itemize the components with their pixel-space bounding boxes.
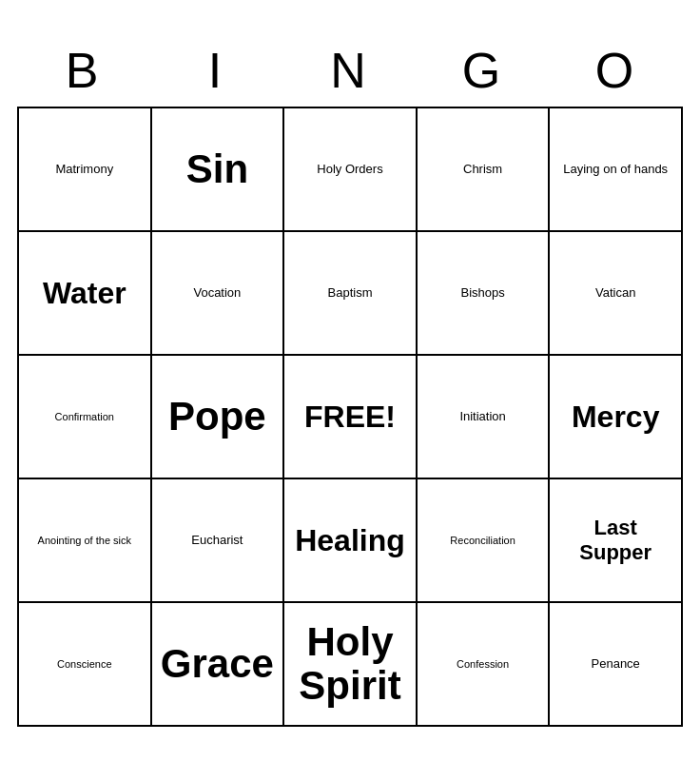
cell-content: Sin [186,147,248,191]
cell-content: Mercy [572,399,660,435]
cell-content: Initiation [459,409,505,425]
cell-content: Laying on of hands [563,162,668,178]
cell-r0-c0: Matrimony [19,108,152,232]
cell-r0-c4: Laying on of hands [550,108,683,232]
bingo-card: BINGO MatrimonySinHoly OrdersChrismLayin… [17,34,683,727]
header-letter: G [417,34,550,107]
cell-r4-c0: Conscience [19,603,152,727]
cell-content: Vocation [193,285,241,302]
cell-r2-c1: Pope [152,356,285,479]
cell-content: Matrimony [55,162,113,178]
cell-r3-c4: Last Supper [550,479,683,603]
cell-r2-c0: Confirmation [19,356,152,479]
cell-r1-c4: Vatican [550,232,683,356]
header-letter: N [283,34,417,107]
cell-content: Water [43,275,126,311]
cell-content: Vatican [595,285,635,302]
cell-r4-c4: Penance [550,603,683,727]
cell-r1-c0: Water [19,232,152,356]
cell-content: Anointing of the sick [38,534,131,547]
cell-content: Penance [592,656,640,673]
cell-r2-c3: Initiation [418,356,551,479]
cell-r4-c3: Confession [418,603,551,727]
cell-r0-c2: Holy Orders [284,108,418,232]
cell-r2-c2: FREE! [284,356,418,479]
cell-content: Eucharist [191,533,243,549]
cell-r1-c1: Vocation [152,232,285,356]
cell-content: Bishops [460,285,504,302]
cell-r2-c4: Mercy [550,356,683,479]
cell-content: Last Supper [555,516,675,566]
header-letter: I [150,34,283,107]
cell-content: Holy Orders [317,162,382,178]
cell-content: Grace [161,642,274,686]
cell-r3-c2: Healing [284,479,418,603]
header-letter: B [17,34,150,107]
cell-content: Conscience [57,657,111,671]
cell-r1-c2: Baptism [284,232,418,356]
bingo-header: BINGO [17,34,683,107]
cell-content: FREE! [304,399,396,435]
cell-content: Confirmation [55,410,114,423]
cell-r3-c0: Anointing of the sick [19,479,152,603]
bingo-grid: MatrimonySinHoly OrdersChrismLaying on o… [17,107,683,727]
cell-content: Holy Spirit [290,620,410,708]
cell-content: Confession [457,657,509,671]
cell-r3-c1: Eucharist [152,479,285,603]
cell-r0-c3: Chrism [418,108,551,232]
cell-r1-c3: Bishops [418,232,551,356]
cell-r4-c1: Grace [152,603,285,727]
cell-content: Baptism [328,285,373,302]
cell-r0-c1: Sin [152,108,285,232]
header-letter: O [550,34,683,107]
cell-r3-c3: Reconciliation [418,479,551,603]
cell-content: Pope [168,395,266,439]
cell-r4-c2: Holy Spirit [284,603,418,727]
cell-content: Chrism [463,162,502,178]
cell-content: Healing [295,522,405,558]
cell-content: Reconciliation [450,534,515,547]
